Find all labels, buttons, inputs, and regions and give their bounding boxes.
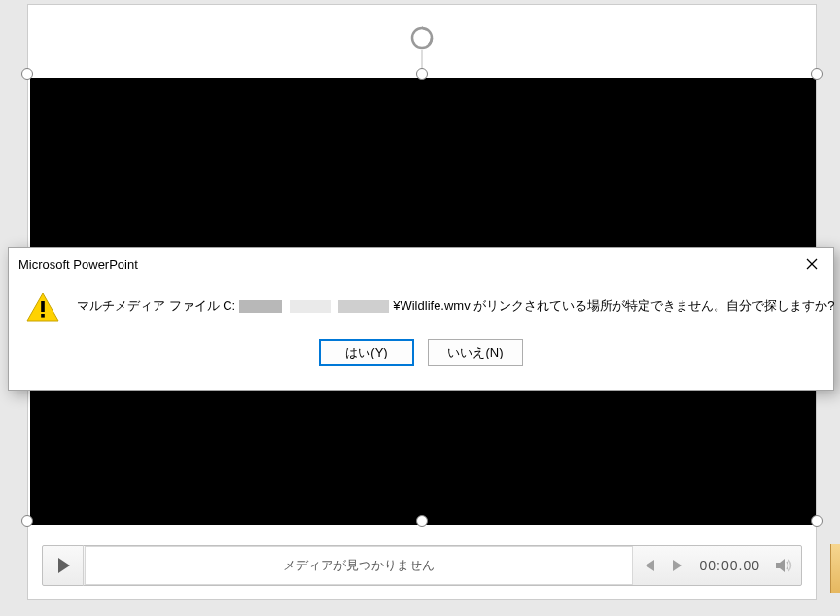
triangle-left-icon bbox=[646, 560, 654, 571]
no-button-label: いいえ(N) bbox=[447, 344, 503, 361]
triangle-right-icon bbox=[673, 560, 682, 571]
volume-button[interactable] bbox=[774, 556, 793, 575]
message-filename: ¥Wildlife.wmv bbox=[393, 298, 470, 313]
play-button[interactable] bbox=[43, 545, 84, 586]
no-button[interactable]: いいえ(N) bbox=[428, 339, 523, 366]
time-display: 00:00.00 bbox=[700, 558, 761, 573]
media-control-bar: メディアが見つかりません 00:00.00 bbox=[42, 545, 802, 586]
selection-handle[interactable] bbox=[21, 515, 33, 527]
dialog-button-row: はい(Y) いいえ(N) bbox=[9, 329, 833, 380]
dialog-body: マルチメディア ファイル C:¥Wildlife.wmv がリンクされている場所… bbox=[9, 281, 833, 329]
rotation-handle-icon[interactable] bbox=[408, 24, 436, 51]
message-suffix: がリンクされている場所が特定できません。自分で探しますか? bbox=[471, 298, 835, 313]
close-icon bbox=[806, 258, 818, 270]
redacted-path-segment bbox=[338, 300, 389, 313]
selection-handle[interactable] bbox=[21, 68, 33, 80]
side-panel-sliver bbox=[830, 544, 840, 593]
redacted-path-segment bbox=[239, 300, 282, 313]
skip-back-button[interactable] bbox=[642, 560, 659, 571]
alert-dialog: Microsoft PowerPoint マルチメディア ファイル C:¥Wil… bbox=[8, 247, 834, 391]
play-icon bbox=[58, 558, 70, 573]
media-track-message: メディアが見つかりません bbox=[283, 557, 435, 574]
selection-handle[interactable] bbox=[416, 68, 428, 80]
selection-handle[interactable] bbox=[811, 515, 822, 527]
dialog-message: マルチメディア ファイル C:¥Wildlife.wmv がリンクされている場所… bbox=[77, 292, 835, 316]
media-controls-right: 00:00.00 bbox=[634, 556, 802, 575]
warning-icon bbox=[26, 292, 59, 322]
yes-button[interactable]: はい(Y) bbox=[319, 339, 414, 366]
yes-button-label: はい(Y) bbox=[345, 344, 387, 361]
message-prefix: マルチメディア ファイル C: bbox=[77, 298, 235, 313]
close-button[interactable] bbox=[790, 248, 833, 281]
dialog-titlebar[interactable]: Microsoft PowerPoint bbox=[9, 248, 833, 281]
svg-rect-3 bbox=[41, 301, 45, 312]
skip-forward-button[interactable] bbox=[669, 560, 686, 571]
svg-rect-4 bbox=[41, 314, 45, 318]
selection-handle[interactable] bbox=[416, 515, 428, 527]
selection-handle[interactable] bbox=[811, 68, 822, 80]
redacted-path-segment bbox=[290, 300, 331, 313]
media-track[interactable]: メディアが見つかりません bbox=[85, 546, 633, 585]
dialog-title: Microsoft PowerPoint bbox=[18, 257, 138, 272]
